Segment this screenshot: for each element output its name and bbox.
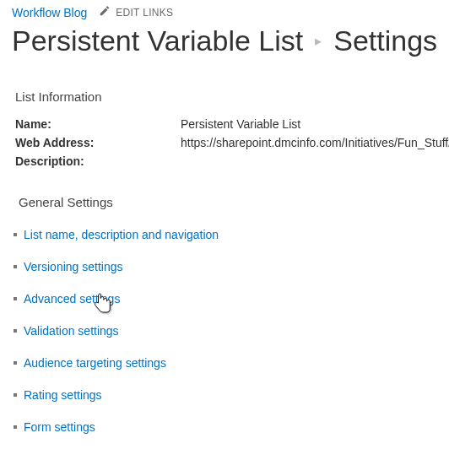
title-main: Persistent Variable List xyxy=(12,24,303,57)
title-sub: Settings xyxy=(333,24,437,57)
info-row-name: Name: Persistent Variable List xyxy=(15,117,437,131)
edit-links-label: EDIT LINKS xyxy=(116,7,173,19)
top-bar: Workflow Blog EDIT LINKS xyxy=(0,0,449,21)
link-versioning-settings[interactable]: Versioning settings xyxy=(24,260,123,273)
list-item: Versioning settings xyxy=(24,260,437,273)
info-label: Web Address: xyxy=(15,136,181,149)
general-settings-list: List name, description and navigation Ve… xyxy=(0,216,449,456)
info-row-description: Description: xyxy=(15,154,437,168)
info-label: Description: xyxy=(15,154,181,168)
link-form-settings[interactable]: Form settings xyxy=(24,420,95,434)
info-value: https://sharepoint.dmcinfo.com/Initiativ… xyxy=(181,136,449,149)
pencil-icon xyxy=(99,5,111,19)
link-rating-settings[interactable]: Rating settings xyxy=(24,388,102,402)
info-label: Name: xyxy=(15,117,181,131)
info-value: Persistent Variable List xyxy=(181,117,300,131)
link-list-name-desc-nav[interactable]: List name, description and navigation xyxy=(24,228,219,241)
list-item: Audience targeting settings xyxy=(24,356,437,370)
chevron-right-icon: ▸ xyxy=(315,33,322,49)
list-item: Rating settings xyxy=(24,388,437,402)
link-audience-targeting-settings[interactable]: Audience targeting settings xyxy=(24,356,166,370)
site-link[interactable]: Workflow Blog xyxy=(12,6,87,19)
list-item: List name, description and navigation xyxy=(24,228,437,241)
link-advanced-settings[interactable]: Advanced settings xyxy=(24,292,120,306)
page-title: Persistent Variable List ▸ Settings xyxy=(0,21,449,66)
list-information-heading: List Information xyxy=(0,66,449,111)
link-validation-settings[interactable]: Validation settings xyxy=(24,324,119,338)
list-item: Form settings xyxy=(24,420,437,434)
list-item: Advanced settings xyxy=(24,292,437,306)
list-item: Validation settings xyxy=(24,324,437,338)
list-information-table: Name: Persistent Variable List Web Addre… xyxy=(0,111,449,176)
general-settings-heading: General Settings xyxy=(0,176,449,216)
edit-links-button[interactable]: EDIT LINKS xyxy=(99,5,173,19)
info-row-web-address: Web Address: https://sharepoint.dmcinfo.… xyxy=(15,136,437,149)
